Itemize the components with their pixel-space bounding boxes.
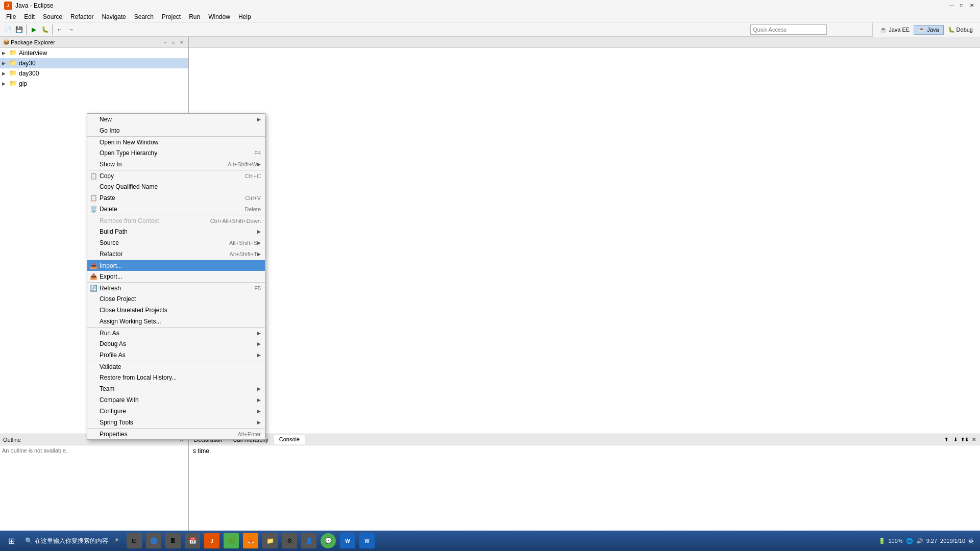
taskbar-wechat-icon[interactable]: 💬 xyxy=(321,533,336,548)
project-icon: 📁 xyxy=(9,49,17,57)
menu-item-source[interactable]: Source xyxy=(39,12,66,21)
taskbar-icon-4[interactable]: 📅 xyxy=(185,533,200,548)
ctx-item-assign-working-sets---[interactable]: Assign Working Sets... xyxy=(87,316,265,327)
ctx-item-label: Open Type Hierarchy xyxy=(100,149,244,157)
taskbar-icon-8[interactable]: ⚙ xyxy=(282,533,297,548)
window-title: Java - Eclipse xyxy=(15,2,947,9)
ctx-item-label: Import... xyxy=(100,262,261,269)
menu-item-run[interactable]: Run xyxy=(185,12,204,21)
close-button[interactable]: ✕ xyxy=(968,2,976,10)
tree-item-day30[interactable]: ▶📁day30 xyxy=(0,58,188,68)
ctx-item-profile-as[interactable]: Profile As▶ xyxy=(87,349,265,361)
bottom-panel-ctrl-btn[interactable]: ✕ xyxy=(970,436,978,444)
ctx-item-refactor[interactable]: RefactorAlt+Shift+T▶ xyxy=(87,248,265,260)
ctx-item-export---[interactable]: 📤Export... xyxy=(87,271,265,282)
toolbar-save-button[interactable]: 💾 xyxy=(13,24,24,35)
ctx-item-show-in[interactable]: Show InAlt+Shift+W▶ xyxy=(87,159,265,170)
perspective-javaee[interactable]: ☕ Java EE xyxy=(876,26,914,34)
ctx-item-close-project[interactable]: Close Project xyxy=(87,293,265,305)
perspective-debug[interactable]: 🐛 Debug xyxy=(944,26,977,34)
ctx-item-label: Compare With xyxy=(100,396,257,404)
ctx-item-label: Configure xyxy=(100,408,257,415)
ctx-item-shortcut: Alt+Shift+T xyxy=(230,251,257,257)
ctx-item-source[interactable]: SourceAlt+Shift+S▶ xyxy=(87,237,265,248)
import-icon: 📥 xyxy=(89,262,97,270)
ctx-item-team[interactable]: Team▶ xyxy=(87,383,265,394)
menu-item-help[interactable]: Help xyxy=(234,12,255,21)
menu-item-search[interactable]: Search xyxy=(130,12,158,21)
ctx-item-shortcut: Ctrl+V xyxy=(245,195,261,201)
tree-item-ainterview[interactable]: ▶📁Ainterview xyxy=(0,48,188,58)
ctx-item-label: Copy xyxy=(100,172,235,180)
panel-header-icons: − □ ✕ xyxy=(162,39,185,46)
ctx-item-open-in-new-window[interactable]: Open in New Window xyxy=(87,136,265,147)
ctx-item-refresh[interactable]: 🔄RefreshF5 xyxy=(87,282,265,293)
menu-item-file[interactable]: File xyxy=(2,12,20,21)
start-button[interactable]: ⊞ xyxy=(2,536,21,546)
tree-item-day300[interactable]: ▶📁day300 xyxy=(0,68,188,79)
panel-minimize-button[interactable]: − xyxy=(162,39,169,46)
toolbar-debug-button[interactable]: 🐛 xyxy=(39,24,51,35)
ctx-item-go-into[interactable]: Go Into xyxy=(87,125,265,136)
taskbar-word2-icon[interactable]: W xyxy=(359,533,375,548)
battery-percent: 100% xyxy=(889,538,903,544)
bottom-panel-ctrl-btn[interactable]: ⬆⬇ xyxy=(961,436,969,444)
taskbar-icon-6[interactable]: 🦊 xyxy=(243,533,258,548)
ctx-item-label: Debug As xyxy=(100,340,257,347)
ctx-item-validate[interactable]: Validate xyxy=(87,361,265,372)
toolbar-new-button[interactable]: 📄 xyxy=(2,24,13,35)
toolbar-back-button[interactable]: ← xyxy=(54,24,65,35)
ctx-item-run-as[interactable]: Run As▶ xyxy=(87,327,265,338)
ctx-item-configure[interactable]: Configure▶ xyxy=(87,406,265,417)
taskbar-eclipse-icon[interactable]: J xyxy=(204,533,219,548)
taskbar-icon-9[interactable]: 👤 xyxy=(301,533,316,548)
bottom-panel-ctrl-btn[interactable]: ⬆ xyxy=(942,436,950,444)
perspective-java[interactable]: ☕ Java xyxy=(914,25,943,35)
ctx-item-build-path[interactable]: Build Path▶ xyxy=(87,226,265,237)
tree-arrow: ▶ xyxy=(2,71,9,76)
ctx-item-restore-from-local-history---[interactable]: Restore from Local History... xyxy=(87,372,265,383)
maximize-button[interactable]: □ xyxy=(958,2,966,10)
perspective-bar: ☕ Java EE ☕ Java 🐛 Debug xyxy=(872,22,980,37)
bottom-panel-ctrl-btn[interactable]: ⬇ xyxy=(951,436,960,444)
package-explorer-header: 📦 Package Explorer − □ ✕ xyxy=(0,37,188,48)
ctx-item-new[interactable]: New▶ xyxy=(87,114,265,125)
ctx-item-debug-as[interactable]: Debug As▶ xyxy=(87,338,265,349)
toolbar-forward-button[interactable]: → xyxy=(65,24,77,35)
editor-content[interactable] xyxy=(189,48,980,434)
menu-item-edit[interactable]: Edit xyxy=(20,12,39,21)
menu-item-refactor[interactable]: Refactor xyxy=(66,12,97,21)
taskbar-icon-3[interactable]: 🖩 xyxy=(165,533,181,548)
ctx-item-shortcut: Ctrl+C xyxy=(245,173,261,179)
ctx-item-delete[interactable]: 🗑️DeleteDelete xyxy=(87,204,265,215)
ctx-item-compare-with[interactable]: Compare With▶ xyxy=(87,394,265,406)
ctx-item-open-type-hierarchy[interactable]: Open Type HierarchyF4 xyxy=(87,147,265,159)
ctx-item-import---[interactable]: 📥Import... xyxy=(87,260,265,271)
ctx-item-shortcut: F4 xyxy=(254,150,261,156)
minimize-button[interactable]: — xyxy=(947,2,955,10)
taskbar-icon-2[interactable]: 🌀 xyxy=(146,533,161,548)
panel-maximize-button[interactable]: □ xyxy=(170,39,177,46)
tree-item-gip[interactable]: ▶📁gip xyxy=(0,79,188,89)
menu-item-window[interactable]: Window xyxy=(204,12,234,21)
bottom-tab-console[interactable]: Console xyxy=(274,435,305,444)
taskbar-icon-1[interactable]: ⊟ xyxy=(127,533,142,548)
menu-item-project[interactable]: Project xyxy=(158,12,185,21)
toolbar-run-button[interactable]: ▶ xyxy=(28,24,39,35)
ctx-item-label: Source xyxy=(100,239,219,246)
ctx-item-label: Restore from Local History... xyxy=(100,374,261,381)
ctx-item-paste[interactable]: 📋PasteCtrl+V xyxy=(87,192,265,204)
ctx-item-properties[interactable]: PropertiesAlt+Enter xyxy=(87,428,265,439)
ctx-item-spring-tools[interactable]: Spring Tools▶ xyxy=(87,417,265,428)
taskbar-icon-5[interactable]: 🌿 xyxy=(224,533,239,548)
ctx-item-copy-qualified-name[interactable]: Copy Qualified Name xyxy=(87,181,265,192)
ctx-item-close-unrelated-projects[interactable]: Close Unrelated Projects xyxy=(87,305,265,316)
ctx-item-copy[interactable]: 📋CopyCtrl+C xyxy=(87,170,265,181)
taskbar-clock: 9:27 xyxy=(926,538,937,544)
taskbar-word-icon[interactable]: W xyxy=(340,533,355,548)
panel-close-button[interactable]: ✕ xyxy=(178,39,185,46)
quick-access-input[interactable] xyxy=(750,24,827,35)
search-bar[interactable]: 🔍 在这里输入你要搜索的内容 🎤 xyxy=(21,537,122,545)
taskbar-icon-7[interactable]: 📁 xyxy=(262,533,278,548)
menu-item-navigate[interactable]: Navigate xyxy=(97,12,130,21)
